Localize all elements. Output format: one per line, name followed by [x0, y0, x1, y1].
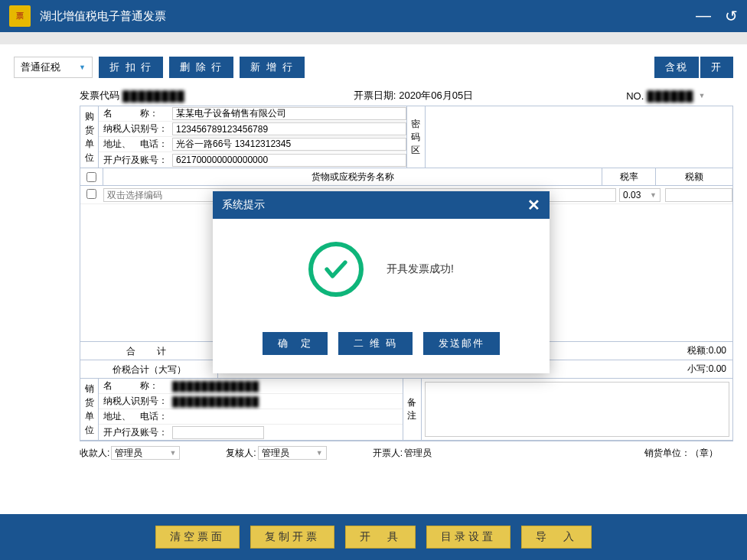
sum-label: 合 计: [80, 342, 218, 360]
code-label: 发票代码: [80, 89, 119, 103]
reviewer-label: 复核人:: [226, 447, 256, 460]
buyer-addr-label: 地址、 电话：: [99, 138, 172, 151]
chevron-down-icon[interactable]: ▼: [699, 92, 706, 99]
buyer-bank-label: 开户行及账号：: [99, 154, 172, 167]
open-button[interactable]: 开: [700, 57, 733, 78]
tax-type-value: 普通征税: [21, 60, 60, 74]
row-checkbox[interactable]: [86, 189, 96, 199]
seller-side-label: 销 货 单 位: [80, 379, 99, 440]
chevron-down-icon: ▼: [316, 449, 323, 457]
discount-row-button[interactable]: 折 扣 行: [99, 57, 163, 78]
modal-header: 系统提示 ✕: [213, 191, 550, 219]
rate-select[interactable]: 0.03 ▼: [619, 188, 661, 202]
incl-tax-button[interactable]: 含税: [654, 57, 699, 78]
date-label: 开票日期:: [354, 89, 396, 103]
seller-name-value: ████████████: [172, 381, 259, 392]
bottom-bar: 清空票面 复制开票 开 具 目录设置 导 入: [0, 514, 747, 560]
price-tax-small: 小写:0.00: [687, 363, 732, 376]
seller-taxid-label: 纳税人识别号：: [99, 395, 172, 408]
add-row-button[interactable]: 新 增 行: [240, 57, 304, 78]
clear-button[interactable]: 清空票面: [155, 526, 240, 549]
send-email-button[interactable]: 发送邮件: [423, 332, 500, 355]
copy-invoice-button[interactable]: 复制开票: [250, 526, 334, 549]
seller-bank-input[interactable]: [172, 426, 264, 439]
seller-addr-label: 地址、 电话：: [99, 410, 172, 423]
buyer-side-label: 购 货 单 位: [80, 106, 99, 168]
success-check-icon: [308, 242, 364, 297]
titlebar: 票 湖北增值税电子普通发票 — ↺: [0, 0, 747, 32]
date-value: 2020年06月05日: [399, 89, 473, 103]
modal-footer: 确 定 二 维 码 发送邮件: [213, 320, 550, 373]
checkbox-header: [80, 168, 103, 185]
code-value: ████████: [122, 90, 185, 102]
issuer-label: 开票人:: [373, 447, 403, 460]
modal-message: 开具发票成功!: [387, 262, 454, 276]
chevron-down-icon: ▼: [79, 63, 86, 71]
seller-fields: 名 称： ████████████ 纳税人识别号： ████████████ 地…: [99, 379, 403, 440]
modal-title: 系统提示: [222, 198, 265, 212]
buyer-taxid-input[interactable]: [172, 122, 406, 135]
minimize-icon[interactable]: —: [696, 7, 711, 25]
seller-bank-label: 开户行及账号：: [99, 426, 172, 439]
payee-select[interactable]: 管理员 ▼: [111, 446, 180, 460]
tax-amount-input[interactable]: [665, 188, 732, 202]
invoice-header: 发票代码 ████████ 开票日期: 2020年06月05日 NO. ████…: [80, 89, 733, 103]
back-icon[interactable]: ↺: [725, 7, 738, 25]
toolbar: 普通征税 ▼ 折 扣 行 删 除 行 新 增 行 含税 开: [14, 57, 733, 78]
system-prompt-modal: 系统提示 ✕ 开具发票成功! 确 定 二 维 码 发送邮件: [213, 191, 550, 373]
delete-row-button[interactable]: 删 除 行: [169, 57, 233, 78]
close-icon[interactable]: ✕: [527, 196, 540, 214]
remark-area[interactable]: [425, 382, 730, 437]
footer-row: 收款人: 管理员 ▼ 复核人: 管理员 ▼ 开票人: 管理员 销货单位：（章）: [80, 441, 733, 464]
ok-button[interactable]: 确 定: [263, 332, 328, 355]
no-value: ██████: [647, 90, 693, 102]
tax-header: 税额: [656, 168, 732, 185]
price-tax-label: 价税合计（大写）: [80, 360, 218, 378]
catalog-button[interactable]: 目录设置: [426, 526, 511, 549]
window-controls: — ↺: [696, 7, 738, 25]
seller-stamp: 销货单位：（章）: [644, 447, 718, 460]
app-title: 湖北增值税电子普通发票: [40, 9, 696, 24]
issuer-value: 管理员: [404, 447, 432, 460]
buyer-section: 购 货 单 位 名 称： 纳税人识别号： 地址、 电话：: [80, 106, 732, 168]
chevron-down-icon: ▼: [650, 191, 657, 199]
buyer-addr-input[interactable]: [172, 138, 406, 151]
app-logo: 票: [9, 5, 31, 27]
modal-body: 开具发票成功!: [213, 219, 550, 320]
password-side-label: 密 码 区: [407, 106, 426, 168]
seller-section: 销 货 单 位 名 称： ████████████ 纳税人识别号： ██████…: [80, 379, 732, 441]
import-button[interactable]: 导 入: [521, 526, 592, 549]
buyer-name-input[interactable]: [172, 107, 406, 120]
items-header: 货物或应税劳务名称 税率 税额: [80, 168, 732, 186]
no-label: NO.: [626, 90, 644, 102]
name-header: 货物或应税劳务名称: [103, 168, 602, 185]
buyer-fields: 名 称： 纳税人识别号： 地址、 电话： 开户行及账号：: [99, 106, 407, 168]
sum-tax: 税额:0.00: [687, 344, 732, 357]
tax-type-select[interactable]: 普通征税 ▼: [14, 57, 93, 78]
seller-name-label: 名 称：: [99, 379, 172, 392]
buyer-taxid-label: 纳税人识别号：: [99, 122, 172, 135]
seller-taxid-value: ████████████: [172, 396, 259, 407]
select-all-checkbox[interactable]: [86, 172, 96, 182]
remark-side-label: 备 注: [403, 379, 422, 440]
buyer-name-label: 名 称：: [99, 107, 172, 120]
rate-header: 税率: [602, 168, 656, 185]
issue-button[interactable]: 开 具: [345, 526, 416, 549]
chevron-down-icon: ▼: [169, 449, 176, 457]
payee-label: 收款人:: [80, 447, 109, 460]
reviewer-select[interactable]: 管理员 ▼: [258, 446, 327, 460]
password-area: [426, 106, 733, 168]
buyer-bank-input[interactable]: [172, 154, 406, 167]
qrcode-button[interactable]: 二 维 码: [338, 332, 412, 355]
